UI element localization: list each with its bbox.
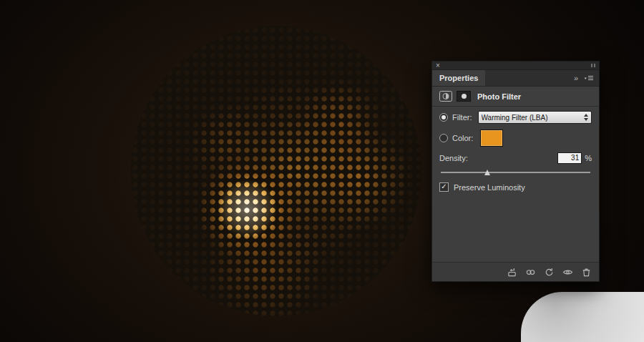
properties-panel: × Properties » — [431, 61, 600, 282]
color-radio[interactable] — [439, 134, 448, 142]
filter-dropdown-value: Warming Filter (LBA) — [482, 114, 585, 122]
density-slider[interactable] — [441, 168, 590, 177]
preserve-luminosity-row: ✓ Preserve Luminosity — [439, 182, 592, 192]
divider — [432, 106, 599, 107]
panel-menu-icon[interactable] — [584, 72, 594, 84]
panel-title: Photo Filter — [477, 92, 521, 101]
preserve-luminosity-checkbox[interactable]: ✓ — [439, 182, 449, 192]
eye-icon[interactable] — [562, 267, 573, 278]
panel-content: Photo Filter Filter: Warming Filter (LBA… — [432, 87, 599, 281]
bloom-layer — [131, 26, 421, 316]
trash-icon[interactable] — [581, 267, 592, 278]
corner-image-fragment — [521, 292, 644, 342]
filter-label: Filter: — [452, 113, 472, 122]
collapse-panel-icon[interactable]: » — [574, 74, 577, 82]
panel-dockbar: × — [432, 62, 599, 70]
clip-to-layer-icon[interactable] — [507, 267, 517, 278]
close-icon[interactable]: × — [436, 62, 440, 69]
filter-radio[interactable] — [439, 113, 448, 122]
dropdown-arrows-icon — [584, 114, 588, 121]
tab-properties[interactable]: Properties — [432, 70, 485, 86]
preserve-luminosity-label: Preserve Luminosity — [454, 183, 525, 192]
panel-bottom-toolbar — [432, 262, 599, 281]
density-slider-thumb[interactable] — [484, 170, 490, 175]
color-row: Color: — [439, 130, 592, 147]
panel-grip-icon[interactable] — [591, 64, 595, 67]
layer-mask-icon — [457, 91, 471, 102]
chain-link-icon[interactable] — [525, 267, 536, 278]
photoshop-workspace: × Properties » — [0, 0, 644, 342]
filter-dropdown[interactable]: Warming Filter (LBA) — [478, 111, 592, 124]
density-value-field[interactable]: 31 — [557, 152, 582, 164]
filter-row: Filter: Warming Filter (LBA) — [439, 111, 592, 124]
reset-icon[interactable] — [544, 267, 555, 278]
density-label: Density: — [439, 154, 468, 162]
adjustment-header: Photo Filter — [439, 91, 592, 102]
color-swatch[interactable] — [480, 130, 503, 147]
density-unit: % — [585, 154, 592, 162]
color-label: Color: — [452, 134, 473, 142]
density-slider-track[interactable] — [441, 172, 590, 173]
photo-filter-adjustment-icon — [439, 91, 452, 102]
density-row: Density: 31 % — [439, 152, 592, 164]
perforated-artwork — [131, 26, 421, 316]
panel-tabbar: Properties » — [432, 70, 599, 87]
